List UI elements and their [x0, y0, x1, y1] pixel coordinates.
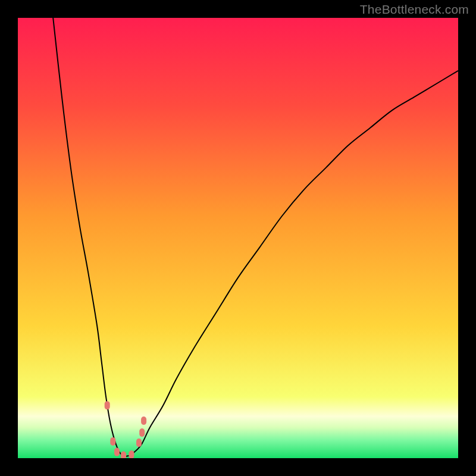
curve-layer — [18, 18, 458, 458]
data-marker — [110, 437, 115, 446]
data-marker — [141, 416, 146, 425]
data-marker — [136, 439, 142, 447]
data-marker — [105, 401, 110, 409]
markers-group — [105, 401, 146, 458]
watermark-label: TheBottleneck.com — [360, 2, 469, 17]
data-marker — [129, 450, 134, 458]
data-marker — [121, 452, 126, 458]
bottleneck-curve — [53, 18, 458, 456]
data-marker — [114, 448, 120, 456]
plot-area — [18, 18, 458, 458]
chart-frame: TheBottleneck.com — [0, 0, 476, 476]
data-marker — [139, 428, 145, 437]
